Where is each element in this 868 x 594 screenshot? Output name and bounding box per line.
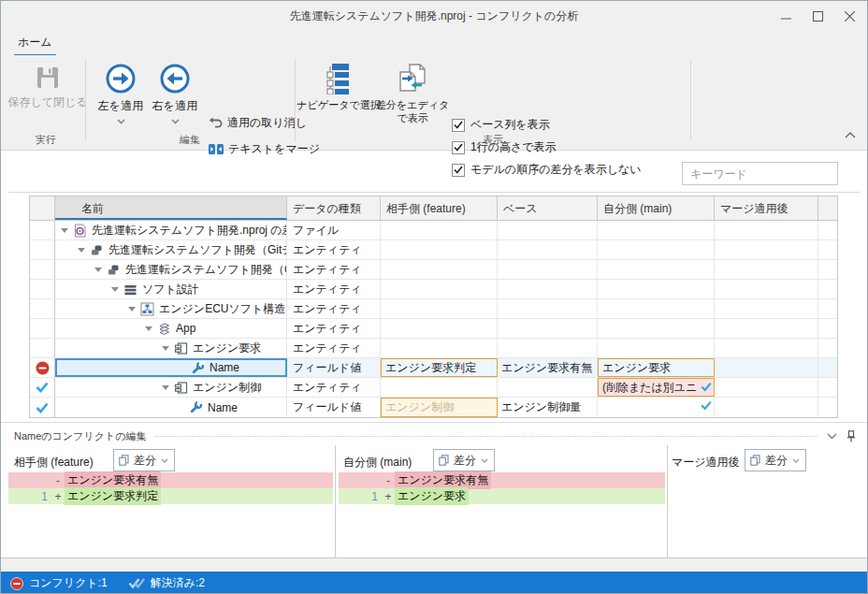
data-type: エンティティ <box>287 280 381 298</box>
diff-in-editor-button[interactable]: 差分をエディタ で表示 <box>379 63 446 124</box>
maximize-button[interactable] <box>802 1 833 31</box>
chevron-down-icon <box>161 458 168 463</box>
pin-icon[interactable] <box>846 430 856 442</box>
collapse-ribbon-button[interactable] <box>845 125 856 142</box>
arrow-right-circle-icon <box>105 63 137 94</box>
applied-check-icon <box>701 400 712 411</box>
expander-icon[interactable] <box>61 228 68 233</box>
data-type: フィールド値 <box>287 358 381 377</box>
checkbox-checked-icon <box>452 164 465 177</box>
table-row[interactable]: エンジンECUソフト構造 エンティティ <box>30 299 837 319</box>
table-row[interactable]: 先進運転システムソフト開発.nproj の差分 ファイル <box>30 221 837 240</box>
diff-view-main[interactable]: - エンジン要求有無 1 + エンジン要求 <box>339 472 665 504</box>
pane-label-main: 自分側 (main) <box>343 455 412 471</box>
conflict-edit-panel: Nameのコンフリクトの編集 相手側 (feature) 差分 - エンジン要求… <box>1 422 868 558</box>
table-row[interactable]: 先進運転システムソフト開発（Gitデモ） エンティティ <box>30 240 837 260</box>
checkbox-label: ベース列を表示 <box>470 117 550 133</box>
diff-line-added: 1 + エンジン要求判定 <box>8 488 333 504</box>
table-row[interactable]: App エンティティ <box>30 319 837 339</box>
ribbon-divider <box>690 59 691 141</box>
column-header-main[interactable]: 自分側 (main) <box>598 196 715 220</box>
apply-right-button[interactable]: 右を適用 <box>149 63 201 124</box>
expander-icon[interactable] <box>78 248 85 253</box>
data-type: エンティティ <box>287 260 381 279</box>
arrow-left-circle-icon <box>159 63 191 94</box>
column-header-feature[interactable]: 相手側 (feature) <box>381 196 498 220</box>
checkbox-show-base-column[interactable]: ベース列を表示 <box>452 117 550 133</box>
group-label-execute: 実行 <box>8 133 83 147</box>
column-header-extra <box>818 196 837 220</box>
base-value-cell: エンジン要求有無 <box>498 358 598 377</box>
pane-divider <box>667 445 668 558</box>
collapse-panel-icon[interactable] <box>827 433 837 440</box>
table-row[interactable]: ソフト設計 エンティティ <box>30 280 837 299</box>
pane-label-merged: マージ適用後 <box>672 455 740 471</box>
data-type: ファイル <box>287 221 381 239</box>
close-icon <box>845 11 855 22</box>
expander-icon[interactable] <box>162 346 169 351</box>
diff-view-feature[interactable]: - エンジン要求有無 1 + エンジン要求判定 <box>8 472 333 504</box>
keyword-search-input[interactable] <box>682 162 838 185</box>
main-value-cell[interactable] <box>598 398 715 417</box>
undo-apply-button[interactable]: 適用の取り消し <box>209 115 307 131</box>
feature-value-cell[interactable]: エンジン制御 <box>381 398 498 417</box>
minimize-icon <box>781 11 791 22</box>
feature-value-cell[interactable]: エンジン要求判定 <box>381 358 498 377</box>
column-header-status[interactable] <box>30 196 55 220</box>
component-icon <box>174 381 188 395</box>
ribbon-divider <box>295 59 296 141</box>
checkbox-hide-order-diff[interactable]: モデルの順序の差分を表示しない <box>452 162 642 178</box>
data-type: フィールド値 <box>287 398 381 417</box>
column-header-merged[interactable]: マージ適用後 <box>715 196 818 220</box>
close-button[interactable] <box>833 1 865 31</box>
checkbox-checked-icon <box>452 119 465 132</box>
chevron-down-icon[interactable] <box>117 119 125 124</box>
column-header-type[interactable]: データの種類 <box>287 196 381 220</box>
separator <box>8 192 860 193</box>
list-icon <box>123 283 137 297</box>
main-value-cell[interactable]: エンジン要求 <box>598 358 715 377</box>
chevron-down-icon[interactable] <box>171 119 180 124</box>
main-value-cell[interactable]: (削除または別ユニットに… <box>598 378 715 397</box>
table-row[interactable]: 先進運転システムソフト開発（Gitデモ） エンティティ <box>30 260 837 280</box>
chevron-down-icon <box>792 458 800 463</box>
deleted-note: (削除または別ユニットに… <box>602 380 699 396</box>
conflict-count: コンフリクト:1 <box>29 575 108 591</box>
diff-mode-select-merged[interactable]: 差分 <box>745 449 806 471</box>
table-row-resolved[interactable]: エンジン制御 エンティティ (削除または別ユニットに… <box>30 378 837 398</box>
select-navigator-button[interactable]: ナビゲータで選択 <box>300 63 377 112</box>
copy-icon <box>750 455 760 466</box>
component-icon <box>174 341 188 355</box>
column-header-base[interactable]: ベース <box>498 196 598 220</box>
table-header-row: 名前 データの種類 相手側 (feature) ベース 自分側 (main) マ… <box>30 196 837 221</box>
diff-mode-select-main[interactable]: 差分 <box>433 449 495 471</box>
tab-home[interactable]: ホーム <box>14 35 56 57</box>
diff-mode-select-feature[interactable]: 差分 <box>113 449 175 471</box>
node-label: エンジン要求 <box>193 340 261 356</box>
table-row-resolved[interactable]: Name フィールド値 エンジン制御 エンジン制御量 <box>30 398 837 417</box>
diff-line-removed: - エンジン要求有無 <box>339 472 665 488</box>
diff-in-editor-label-2: で表示 <box>376 111 449 124</box>
save-close-button[interactable]: 保存して閉じる <box>14 65 81 110</box>
diff-line-added: 1 + エンジン要求 <box>339 488 665 504</box>
data-type: エンティティ <box>287 240 381 259</box>
table-row-conflict[interactable]: Name フィールド値 エンジン要求判定 エンジン要求有無 エンジン要求 <box>30 358 837 378</box>
entity-icon <box>107 263 121 277</box>
node-label: Name <box>210 361 239 374</box>
column-header-name[interactable]: 名前 <box>55 196 287 220</box>
expander-icon[interactable] <box>111 287 119 292</box>
entity-icon <box>90 243 104 257</box>
minimize-button[interactable] <box>770 1 802 31</box>
node-label: 先進運転システムソフト開発（Gitデモ） <box>108 242 287 258</box>
expander-icon[interactable] <box>94 268 102 272</box>
wrench-icon <box>189 400 203 414</box>
resolved-check-icon <box>36 402 49 413</box>
expander-icon[interactable] <box>162 385 169 390</box>
table-row[interactable]: エンジン要求 エンティティ <box>30 339 837 358</box>
node-label: Name <box>208 401 238 414</box>
node-label: エンジンECUソフト構造 <box>159 301 285 317</box>
expander-icon[interactable] <box>128 307 136 311</box>
expander-icon[interactable] <box>145 326 152 331</box>
apply-left-button[interactable]: 左を適用 <box>94 63 147 124</box>
base-value-cell: エンジン制御量 <box>498 398 598 417</box>
